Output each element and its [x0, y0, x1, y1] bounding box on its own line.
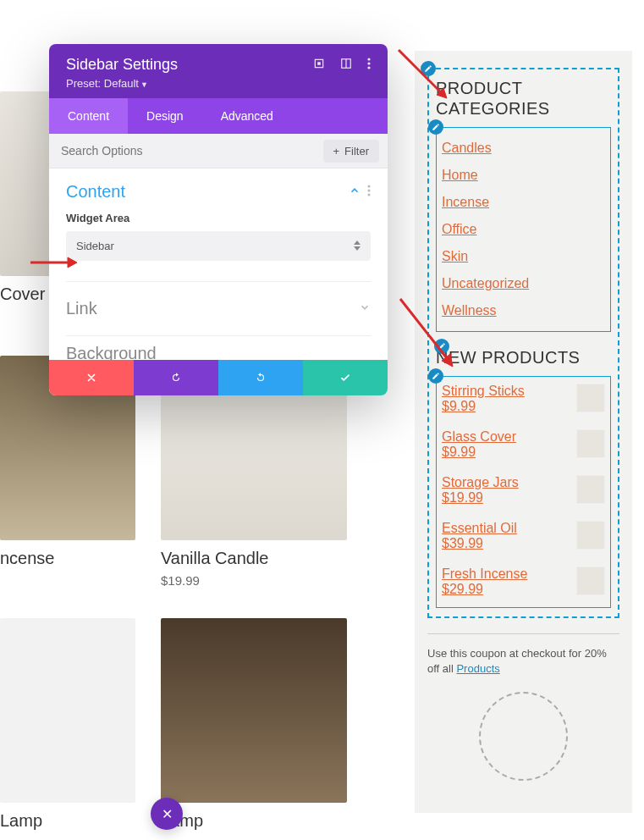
panel-footer — [49, 360, 388, 395]
group-title: Content — [66, 182, 125, 202]
chevron-down-icon — [359, 301, 371, 316]
arrow-annotation — [30, 254, 77, 271]
search-row: + Filter — [49, 134, 388, 169]
panel-title: Sidebar Settings — [66, 56, 178, 74]
new-product-item[interactable]: Essential Oil $39.99 — [442, 521, 605, 551]
tab-bar: Content Design Advanced — [49, 98, 388, 134]
settings-panel: Sidebar Settings Preset: Default▼ Conten… — [49, 44, 388, 395]
product-card[interactable]: Lamp — [0, 618, 135, 831]
svg-point-5 — [367, 62, 370, 64]
product-thumb — [576, 384, 605, 412]
pencil-icon[interactable] — [428, 119, 443, 135]
filter-button[interactable]: + Filter — [323, 140, 379, 163]
link-group-header[interactable]: Link — [66, 281, 371, 335]
close-fab[interactable]: ✕ — [151, 798, 183, 830]
coupon-circle — [479, 692, 568, 781]
category-link[interactable]: Home — [442, 162, 605, 189]
categories-heading: PRODUCT CATEGORIES — [436, 78, 611, 119]
product-link[interactable]: Storage Jars — [442, 475, 519, 490]
more-icon[interactable] — [367, 58, 371, 72]
divider — [427, 633, 619, 634]
background-group-header[interactable]: Background — [66, 335, 371, 360]
chevron-up-icon[interactable] — [349, 185, 361, 200]
svg-rect-1 — [317, 62, 321, 65]
product-price[interactable]: $39.99 — [442, 536, 517, 551]
new-product-item[interactable]: Storage Jars $19.99 — [442, 475, 605, 506]
coupon-link[interactable]: Products — [456, 662, 499, 675]
product-price[interactable]: $29.99 — [442, 582, 527, 597]
product-thumb — [576, 566, 605, 595]
select-caret-icon — [354, 240, 361, 252]
cancel-button[interactable] — [49, 360, 134, 395]
save-button[interactable] — [303, 360, 388, 395]
product-price: $19.99 — [161, 573, 347, 588]
category-link[interactable]: Office — [442, 216, 605, 243]
new-products-widget[interactable]: Stirring Sticks $9.99 Glass Cover $9.99 … — [436, 376, 611, 608]
snap-icon[interactable] — [340, 58, 352, 72]
widget-area-label: Widget Area — [66, 212, 371, 224]
category-link[interactable]: Skin — [442, 243, 605, 270]
svg-point-4 — [367, 58, 370, 60]
product-title: ncense — [0, 549, 135, 568]
panel-header[interactable]: Sidebar Settings Preset: Default▼ — [49, 44, 388, 98]
product-link[interactable]: Glass Cover — [442, 429, 516, 445]
plus-icon: + — [333, 145, 340, 158]
redo-button[interactable] — [218, 360, 303, 395]
undo-button[interactable] — [134, 360, 218, 395]
search-input[interactable] — [49, 134, 315, 168]
product-link[interactable]: Fresh Incense — [442, 566, 527, 582]
content-group-header[interactable]: Content — [66, 182, 371, 202]
svg-point-9 — [367, 193, 370, 196]
svg-line-16 — [400, 299, 447, 358]
tab-design[interactable]: Design — [128, 98, 202, 134]
preset-selector[interactable]: Preset: Default▼ — [66, 77, 371, 90]
product-price[interactable]: $19.99 — [442, 490, 519, 506]
product-price[interactable]: $9.99 — [442, 399, 525, 414]
product-title: Lamp — [161, 811, 347, 831]
category-link[interactable]: Candles — [442, 135, 605, 162]
arrow-annotation — [396, 295, 460, 371]
product-thumb — [576, 429, 605, 458]
svg-point-6 — [367, 66, 370, 69]
new-product-item[interactable]: Glass Cover $9.99 — [442, 429, 605, 460]
category-link[interactable]: Incense — [442, 189, 605, 216]
coupon-text: Use this coupon at checkout for 20% off … — [427, 646, 619, 677]
product-card[interactable]: Lamp — [161, 618, 347, 831]
new-products-heading: NEW PRODUCTS — [436, 347, 611, 368]
category-link[interactable]: Wellness — [442, 297, 605, 324]
svg-point-8 — [367, 189, 370, 191]
svg-marker-11 — [354, 246, 361, 251]
svg-line-14 — [399, 50, 441, 92]
categories-widget[interactable]: Candles Home Incense Office Skin Uncateg… — [436, 127, 611, 332]
svg-marker-10 — [354, 240, 361, 245]
svg-marker-13 — [68, 257, 77, 268]
product-price[interactable]: $9.99 — [442, 445, 516, 460]
widget-area-select[interactable]: Sidebar — [66, 231, 371, 261]
close-icon: ✕ — [162, 806, 173, 822]
svg-point-7 — [367, 185, 370, 187]
new-product-item[interactable]: Fresh Incense $29.99 — [442, 566, 605, 597]
sidebar-preview: PRODUCT CATEGORIES Candles Home Incense … — [415, 51, 632, 813]
product-thumb — [576, 475, 605, 504]
more-icon[interactable] — [367, 185, 371, 200]
product-thumb — [576, 521, 605, 550]
product-title: Lamp — [0, 811, 135, 831]
expand-icon[interactable] — [313, 58, 325, 72]
arrow-annotation — [394, 46, 454, 105]
tab-content[interactable]: Content — [49, 98, 128, 134]
product-link[interactable]: Stirring Sticks — [442, 384, 525, 399]
new-product-item[interactable]: Stirring Sticks $9.99 — [442, 384, 605, 414]
category-link[interactable]: Uncategorized — [442, 270, 605, 297]
product-title: Vanilla Candle — [161, 549, 347, 568]
product-link[interactable]: Essential Oil — [442, 521, 517, 536]
tab-advanced[interactable]: Advanced — [202, 98, 292, 134]
